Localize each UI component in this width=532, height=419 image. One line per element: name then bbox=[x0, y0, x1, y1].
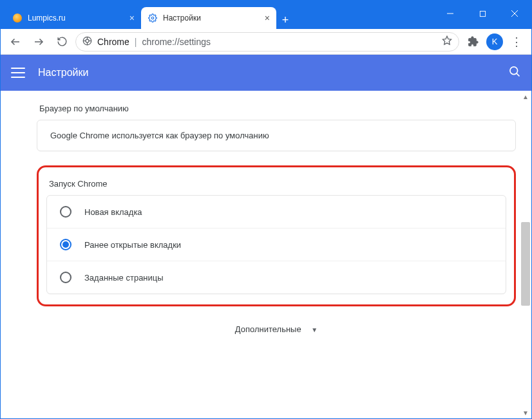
lumpics-favicon-icon bbox=[12, 13, 23, 23]
browser-window: Lumpics.ru × Настройки × + Chr bbox=[0, 0, 532, 419]
minimize-button[interactable] bbox=[436, 5, 464, 23]
tab-settings[interactable]: Настройки × bbox=[141, 7, 276, 29]
default-browser-text: Google Chrome используется как браузер п… bbox=[50, 131, 269, 140]
settings-favicon-icon bbox=[147, 13, 158, 23]
radio-icon bbox=[60, 272, 71, 283]
profile-avatar[interactable]: K bbox=[486, 33, 503, 50]
svg-rect-2 bbox=[480, 11, 485, 16]
menu-icon[interactable] bbox=[11, 68, 25, 78]
radio-icon bbox=[60, 239, 71, 250]
tab-title: Lumpics.ru bbox=[28, 14, 124, 23]
option-label: Ранее открытые вкладки bbox=[84, 240, 181, 250]
tab-close-icon[interactable]: × bbox=[129, 13, 135, 23]
bookmark-star-icon[interactable] bbox=[442, 35, 452, 48]
back-button[interactable] bbox=[6, 32, 25, 51]
toolbar: Chrome | chrome://settings K ⋮ bbox=[1, 29, 531, 55]
titlebar: Lumpics.ru × Настройки × + bbox=[1, 1, 531, 29]
option-label: Заданные страницы bbox=[84, 273, 164, 283]
startup-option-new-tab[interactable]: Новая вкладка bbox=[47, 196, 506, 228]
reload-button[interactable] bbox=[52, 32, 71, 51]
tab-lumpics[interactable]: Lumpics.ru × bbox=[6, 7, 141, 29]
scroll-down-button[interactable]: ▼ bbox=[521, 408, 530, 417]
tab-title: Настройки bbox=[163, 14, 260, 23]
tab-close-icon[interactable]: × bbox=[265, 13, 270, 23]
svg-point-14 bbox=[510, 67, 518, 75]
address-bar[interactable]: Chrome | chrome://settings bbox=[75, 32, 459, 51]
startup-option-continue[interactable]: Ранее открытые вкладки bbox=[47, 228, 506, 261]
settings-app-bar: Настройки bbox=[1, 55, 531, 91]
scroll-up-button[interactable]: ▲ bbox=[521, 92, 530, 101]
chevron-down-icon: ▼ bbox=[311, 326, 318, 333]
content-area: Браузер по умолчанию Google Chrome испол… bbox=[1, 91, 531, 418]
url-separator: | bbox=[135, 37, 137, 47]
radio-icon bbox=[60, 206, 71, 218]
default-browser-card: Google Chrome используется как браузер п… bbox=[37, 120, 516, 151]
url-scheme: Chrome bbox=[97, 37, 129, 47]
section-heading-startup: Запуск Chrome bbox=[49, 179, 506, 189]
maximize-button[interactable] bbox=[468, 5, 497, 23]
svg-point-0 bbox=[151, 17, 154, 19]
advanced-toggle[interactable]: Дополнительные ▼ bbox=[37, 324, 516, 334]
page-title: Настройки bbox=[38, 67, 495, 79]
advanced-label: Дополнительные bbox=[235, 324, 301, 334]
startup-section-highlight: Запуск Chrome Новая вкладка Ранее открыт… bbox=[37, 165, 516, 306]
svg-point-8 bbox=[86, 39, 89, 42]
startup-option-specific-pages[interactable]: Заданные страницы bbox=[47, 261, 506, 293]
extensions-icon[interactable] bbox=[463, 32, 482, 51]
startup-options-card: Новая вкладка Ранее открытые вкладки Зад… bbox=[46, 195, 506, 294]
tab-strip: Lumpics.ru × Настройки × + bbox=[6, 7, 436, 29]
svg-line-15 bbox=[517, 73, 520, 77]
menu-button[interactable]: ⋮ bbox=[507, 32, 526, 51]
search-icon[interactable] bbox=[508, 65, 521, 80]
forward-button[interactable] bbox=[29, 32, 48, 51]
url-text: chrome://settings bbox=[142, 37, 211, 47]
option-label: Новая вкладка bbox=[84, 207, 142, 217]
close-window-button[interactable] bbox=[500, 5, 529, 23]
scrollbar-thumb[interactable] bbox=[521, 222, 530, 306]
svg-marker-13 bbox=[442, 36, 451, 44]
section-heading-default-browser: Браузер по умолчанию bbox=[39, 104, 516, 113]
new-tab-button[interactable]: + bbox=[276, 11, 294, 29]
site-info-icon[interactable] bbox=[82, 36, 92, 48]
window-controls bbox=[436, 1, 531, 29]
